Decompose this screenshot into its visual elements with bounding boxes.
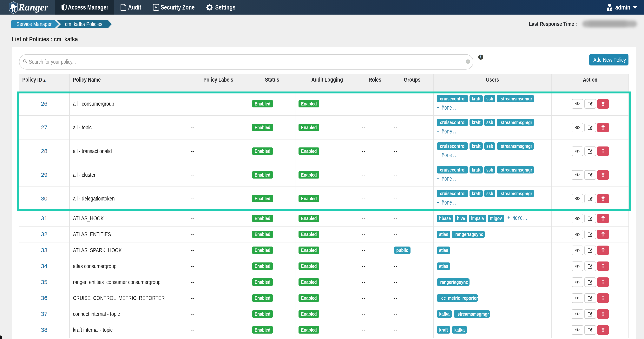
svg-text:R: R <box>11 7 16 14</box>
